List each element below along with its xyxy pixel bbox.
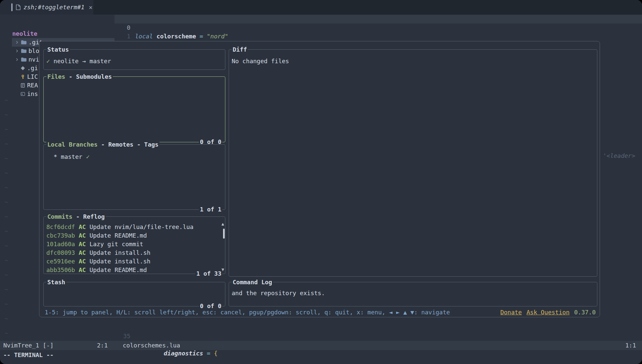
- files-panel[interactable]: Files - Submodules 0 of 0: [43, 76, 225, 142]
- current-branch-star: *: [54, 153, 57, 161]
- commit-row[interactable]: ce5916eeACUpdate install.sh: [46, 257, 225, 266]
- panel-count: 1 of 1: [199, 205, 222, 214]
- chevron-right-icon[interactable]: [15, 58, 19, 62]
- diff-panel[interactable]: Diff No changed files: [229, 49, 597, 277]
- editor-line: 0 local colorscheme = "nord": [115, 15, 642, 23]
- code-text: diagnostics = {: [135, 349, 217, 358]
- commit-hash: ce5916ee: [46, 257, 75, 266]
- commit-message: Update README.md: [89, 231, 147, 240]
- terminal-tab[interactable]: zsh;#toggleterm#1 ×: [0, 0, 93, 15]
- commit-author: AC: [79, 240, 86, 249]
- tree-root-name: neolite: [12, 29, 37, 38]
- folder-icon: [21, 49, 26, 53]
- readme-icon: [21, 83, 25, 88]
- panel-title: Status: [46, 45, 70, 54]
- panel-title: Diff: [232, 45, 248, 54]
- panel-title: Stash: [46, 278, 66, 287]
- commit-row[interactable]: 8cf6dcdfACUpdate nvim/lua/file-tree.lua: [46, 223, 225, 231]
- commit-author: AC: [79, 223, 86, 231]
- commit-hash: dfc08093: [46, 249, 75, 257]
- keybinding-bar: 1-5: jump to panel, H/L: scroll left/rig…: [45, 308, 596, 317]
- repo-name: neolite: [54, 57, 79, 66]
- script-icon: [21, 92, 25, 96]
- editor-line: 36 diagnostics = {: [115, 332, 642, 341]
- empty-line-markers: ~~~~~~~~~~~~~~~~~~: [5, 96, 8, 358]
- statusline-cursor-position-right: 1:1: [625, 341, 636, 350]
- branch-name: master: [61, 153, 82, 161]
- commit-author: AC: [79, 231, 86, 240]
- panel-title: Local Branches - Remotes - Tags: [46, 140, 160, 149]
- mode-indicator: -- TERMINAL --: [3, 351, 54, 360]
- repo-status: ✓neolite→master: [44, 50, 225, 66]
- commit-row[interactable]: cbc739abACUpdate README.md: [46, 231, 225, 240]
- commit-author: AC: [79, 249, 86, 257]
- commit-hash: cbc739ab: [46, 231, 75, 240]
- editor-line: 1: [115, 23, 642, 32]
- commit-hash: 8cf6dcdf: [46, 223, 75, 231]
- donate-link[interactable]: Donate: [500, 308, 522, 317]
- folder-icon: [21, 57, 26, 62]
- chevron-right-icon[interactable]: [15, 49, 19, 53]
- lazygit-window: Status ✓neolite→master Files - Submodule…: [39, 41, 600, 317]
- diff-content: No changed files: [229, 50, 597, 66]
- commit-hash: 101ad60a: [46, 240, 75, 249]
- check-icon: ✓: [86, 153, 90, 161]
- commit-message: Update nvim/lua/file-tree.lua: [89, 223, 193, 231]
- tree-item-label: REA: [27, 81, 38, 90]
- command-log-content: and the repository exists.: [229, 282, 597, 297]
- tree-item-label: .gi: [27, 64, 38, 72]
- scroll-up-icon[interactable]: ▲: [221, 222, 224, 226]
- commit-message: Update README.md: [89, 266, 147, 274]
- branch-name: master: [90, 57, 111, 66]
- commits-panel[interactable]: Commits - Reflog 8cf6dcdfACUpdate nvim/l…: [43, 216, 225, 274]
- commit-message: Update install.sh: [89, 249, 150, 257]
- statusline: NvimTree_1 [-] 2:1 colorschemes.lua 1:1: [0, 341, 642, 350]
- check-icon: ✓: [46, 57, 50, 66]
- commit-row[interactable]: dfc08093ACUpdate install.sh: [46, 249, 225, 257]
- commit-message: Lazy git commit: [89, 240, 143, 249]
- command-log-panel[interactable]: Command Log and the repository exists.: [229, 282, 597, 306]
- commit-author: AC: [79, 266, 86, 274]
- editor-line: 35 -- Plugins Config --: [115, 323, 642, 332]
- neovim-screen: zsh;#toggleterm#1 × 0 local colorscheme …: [0, 0, 642, 364]
- statusline-cursor-position-left: 2:1: [97, 341, 108, 350]
- tab-label: zsh;#toggleterm#1: [23, 3, 84, 12]
- folder-icon: [21, 40, 26, 45]
- scrollbar-thumb[interactable]: [223, 229, 225, 239]
- commit-hash: abb3506b: [46, 266, 75, 274]
- panel-title: Command Log: [232, 278, 273, 287]
- file-icon: [16, 4, 21, 10]
- arrow-icon: →: [82, 57, 86, 66]
- tree-item-label: LIC: [27, 72, 38, 81]
- commit-message: Update install.sh: [89, 257, 150, 266]
- commit-author: AC: [79, 257, 86, 266]
- tabline: zsh;#toggleterm#1 ×: [0, 0, 642, 15]
- license-icon: [21, 74, 25, 79]
- commit-row[interactable]: 101ad60aACLazy git commit: [46, 240, 225, 249]
- commit-list: 8cf6dcdfACUpdate nvim/lua/file-tree.lua …: [44, 217, 225, 274]
- leader-hint-text: '<leader>: [603, 152, 635, 160]
- editor-line: 2 if colorscheme == "onedark" then: [115, 32, 642, 41]
- branches-panel[interactable]: Local Branches - Remotes - Tags *master✓…: [43, 144, 225, 210]
- chevron-right-icon[interactable]: [15, 40, 19, 44]
- panel-title: Files - Submodules: [46, 72, 113, 81]
- tree-item-label: nvi: [28, 55, 39, 64]
- status-panel[interactable]: Status ✓neolite→master: [43, 49, 225, 70]
- keybinding-hints: 1-5: jump to panel, H/L: scroll left/rig…: [45, 308, 450, 317]
- statusline-window-name: NvimTree_1 [-]: [3, 341, 54, 350]
- close-icon[interactable]: ×: [89, 3, 92, 12]
- ask-question-link[interactable]: Ask Question: [527, 308, 570, 317]
- tree-item-label: ins: [27, 90, 38, 98]
- version-label: 0.37.0: [574, 308, 596, 317]
- gitignore-icon: [21, 66, 25, 70]
- stash-panel[interactable]: Stash 0 of 0: [43, 282, 225, 306]
- panel-count: 1 of 33: [195, 269, 222, 278]
- active-tab-indicator: [11, 3, 13, 11]
- statusline-filename: colorschemes.lua: [123, 341, 180, 350]
